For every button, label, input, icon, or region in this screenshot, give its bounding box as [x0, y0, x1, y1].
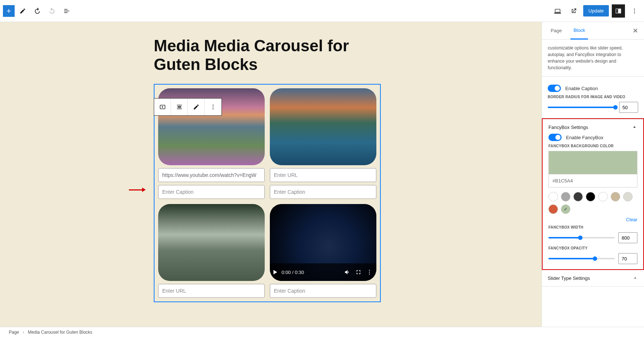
svg-point-11	[369, 274, 370, 274]
svg-point-2	[634, 10, 635, 11]
breadcrumb-root[interactable]: Page	[9, 330, 19, 335]
color-swatch[interactable]	[561, 204, 570, 214]
enable-caption-label: Enable Caption	[565, 86, 598, 91]
slider-type-panel-header[interactable]: Slider Type Settings	[542, 270, 644, 286]
border-radius-input[interactable]	[619, 102, 638, 113]
url-input[interactable]	[158, 284, 265, 298]
play-icon[interactable]	[273, 270, 277, 274]
fancybox-width-input[interactable]	[618, 232, 637, 243]
chevron-up-icon	[632, 275, 638, 281]
enable-fancybox-toggle[interactable]	[548, 134, 562, 141]
media-cell-2	[270, 88, 376, 199]
fancybox-bg-label: FANCYBOX BACKGROUND COLOR	[548, 144, 637, 148]
svg-point-1	[634, 8, 635, 9]
color-swatch[interactable]	[623, 192, 633, 201]
tab-block[interactable]: Block	[570, 22, 588, 40]
tab-page[interactable]: Page	[548, 22, 565, 40]
media-thumbnail[interactable]	[270, 88, 376, 165]
update-button[interactable]: Update	[583, 5, 609, 16]
close-sidebar-button[interactable]: ✕	[633, 27, 638, 35]
svg-point-10	[369, 272, 370, 273]
breadcrumb-separator: ›	[23, 330, 24, 335]
url-input[interactable]	[158, 168, 265, 182]
color-swatch[interactable]	[548, 192, 558, 201]
media-thumbnail[interactable]	[158, 204, 265, 281]
block-more-button[interactable]	[205, 99, 222, 115]
breadcrumb: Page › Media Carousel for Guten Blocks	[0, 327, 644, 337]
clear-color-button[interactable]: Clear	[626, 217, 637, 222]
caption-input[interactable]	[270, 284, 376, 298]
svg-point-7	[213, 107, 213, 107]
fancybox-opacity-slider[interactable]	[548, 258, 615, 259]
color-swatches	[548, 192, 637, 214]
color-swatch[interactable]	[561, 192, 570, 201]
svg-point-6	[213, 105, 213, 105]
media-carousel-block[interactable]: 0:00 / 0:30	[154, 84, 381, 302]
media-cell-3	[158, 204, 265, 298]
chevron-up-icon[interactable]	[632, 124, 637, 130]
color-swatch[interactable]	[573, 192, 583, 201]
external-link-button[interactable]	[567, 4, 580, 18]
page-title[interactable]: Media Media Carousel for Guten Blocks	[154, 37, 381, 74]
undo-button[interactable]	[31, 4, 44, 18]
color-swatch[interactable]	[548, 204, 558, 214]
color-swatch[interactable]	[611, 192, 620, 201]
add-block-button[interactable]	[3, 5, 15, 17]
caption-input[interactable]	[158, 185, 265, 199]
annotation-arrow	[129, 188, 146, 192]
enable-fancybox-label: Enable FancyBox	[566, 135, 603, 140]
video-controls[interactable]: 0:00 / 0:30	[270, 263, 376, 281]
align-button[interactable]	[171, 99, 188, 115]
edit-mode-button[interactable]	[16, 4, 29, 18]
url-input[interactable]	[270, 168, 376, 182]
fancybox-color-preview[interactable]	[548, 151, 637, 174]
block-type-button[interactable]	[154, 99, 171, 115]
more-options-button[interactable]	[628, 4, 641, 18]
fancybox-opacity-label: FANCYBOX OPACITY	[548, 246, 637, 250]
edit-block-button[interactable]	[188, 99, 205, 115]
document-overview-button[interactable]	[60, 4, 73, 18]
fancybox-width-label: FANCYBOX WIDTH	[548, 225, 637, 229]
breadcrumb-current[interactable]: Media Carousel for Guten Blocks	[28, 330, 92, 335]
settings-panel-toggle[interactable]	[612, 4, 625, 18]
redo-button[interactable]	[45, 4, 59, 18]
media-thumbnail[interactable]: 0:00 / 0:30	[270, 204, 376, 281]
color-swatch[interactable]	[598, 192, 608, 201]
fullscreen-icon[interactable]	[355, 269, 362, 275]
svg-marker-5	[162, 106, 163, 108]
fancybox-width-slider[interactable]	[548, 237, 615, 238]
block-description: customizable options like slider speed, …	[548, 45, 638, 71]
fancybox-opacity-input[interactable]	[618, 253, 637, 264]
media-cell-4: 0:00 / 0:30	[270, 204, 376, 298]
fancybox-hex-input[interactable]	[548, 174, 637, 188]
color-swatch[interactable]	[586, 192, 595, 201]
volume-icon[interactable]	[344, 269, 351, 275]
settings-sidebar: Page Block ✕ customizable options like s…	[541, 22, 644, 327]
enable-caption-toggle[interactable]	[548, 85, 561, 92]
top-toolbar: Update	[0, 0, 644, 22]
svg-point-8	[213, 108, 213, 109]
caption-input[interactable]	[270, 185, 376, 199]
border-radius-slider[interactable]	[548, 107, 615, 108]
svg-rect-0	[619, 9, 621, 13]
editor-canvas[interactable]: Media Media Carousel for Guten Blocks	[0, 22, 541, 327]
more-icon[interactable]	[366, 269, 373, 275]
video-time: 0:00 / 0:30	[282, 270, 304, 275]
view-mode-button[interactable]	[551, 4, 564, 18]
border-radius-label: BORDER RADIUS FOR IMAGE AND VIDEO	[548, 95, 638, 99]
svg-point-3	[634, 12, 635, 13]
block-toolbar	[154, 98, 222, 116]
svg-point-9	[369, 270, 370, 271]
fancybox-panel-title[interactable]: FancyBox Settings	[548, 125, 588, 130]
